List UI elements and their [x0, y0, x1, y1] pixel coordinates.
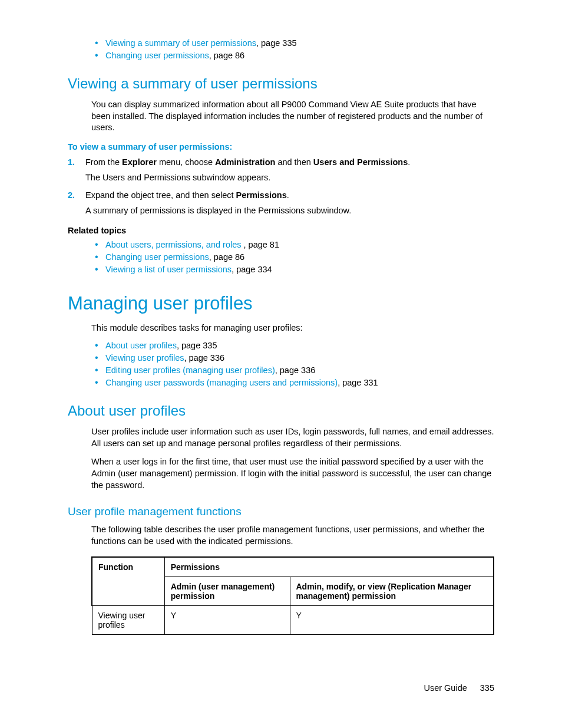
paragraph: The following table describes the user p… — [91, 524, 494, 547]
ui-term: Explorer — [122, 157, 157, 167]
footer-label: User Guide — [424, 683, 467, 693]
list-item: Viewing a list of user permissions, page… — [91, 265, 494, 274]
link-suffix: , page 86 — [209, 51, 244, 60]
top-related-list: Viewing a summary of user permissions, p… — [91, 38, 494, 60]
heading-profile-functions: User profile management functions — [68, 505, 494, 518]
link-about-users[interactable]: About users, permissions, and roles — [105, 240, 244, 249]
link-suffix: , page 81 — [244, 240, 279, 249]
step-result: The Users and Permissions subwindow appe… — [85, 173, 494, 182]
th-function: Function — [92, 557, 164, 606]
list-item: About users, permissions, and roles , pa… — [91, 240, 494, 249]
td-func: Viewing user profiles — [92, 606, 164, 635]
link-changing-permissions[interactable]: Changing user permissions — [105, 51, 209, 60]
ui-term: Administration — [215, 157, 275, 167]
step-text: Expand the object tree, and then select — [85, 190, 236, 200]
paragraph: When a user logs in for the first time, … — [91, 456, 494, 491]
step-text: From the — [85, 157, 122, 167]
td-replic: Y — [290, 606, 494, 635]
link-suffix: , page 331 — [338, 378, 378, 387]
link-about-profiles[interactable]: About user profiles — [105, 341, 177, 350]
step-text: . — [408, 157, 410, 167]
ui-term: Permissions — [236, 190, 287, 200]
link-suffix: , page 335 — [177, 341, 217, 350]
td-admin: Y — [164, 606, 290, 635]
paragraph: This module describes tasks for managing… — [91, 322, 494, 334]
list-item: Editing user profiles (managing user pro… — [91, 365, 494, 375]
link-viewing-list[interactable]: Viewing a list of user permissions — [105, 265, 232, 274]
procedure-steps: From the Explorer menu, choose Administr… — [68, 157, 494, 215]
step-1: From the Explorer menu, choose Administr… — [68, 157, 494, 182]
paragraph: You can display summarized information a… — [91, 99, 494, 134]
th-admin: Admin (user management) permission — [164, 577, 290, 606]
link-changing-passwords[interactable]: Changing user passwords (managing users … — [105, 378, 338, 387]
list-item: About user profiles, page 335 — [91, 341, 494, 350]
heading-about-profiles: About user profiles — [68, 403, 494, 419]
step-2: Expand the object tree, and then select … — [68, 190, 494, 215]
page-footer: User Guide 335 — [424, 683, 494, 693]
list-item: Changing user permissions, page 86 — [91, 51, 494, 60]
permissions-table: Function Permissions Admin (user managem… — [91, 556, 494, 635]
step-result: A summary of permissions is displayed in… — [85, 206, 494, 215]
ui-term: Users and Permissions — [313, 157, 408, 167]
step-text: menu, choose — [157, 157, 215, 167]
heading-managing-profiles: Managing user profiles — [68, 293, 494, 314]
link-editing-profiles[interactable]: Editing user profiles (managing user pro… — [105, 365, 275, 375]
manage-links-list: About user profiles, page 335 Viewing us… — [91, 341, 494, 387]
th-replic: Admin, modify, or view (Replication Mana… — [290, 577, 494, 606]
list-item: Viewing user profiles, page 336 — [91, 353, 494, 363]
th-permissions: Permissions — [164, 557, 494, 577]
related-topics-heading: Related topics — [68, 226, 494, 235]
link-suffix: , page 86 — [209, 252, 244, 262]
list-item: Changing user passwords (managing users … — [91, 378, 494, 387]
list-item: Viewing a summary of user permissions, p… — [91, 38, 494, 48]
link-changing-permissions[interactable]: Changing user permissions — [105, 252, 209, 262]
procedure-title: To view a summary of user permissions: — [68, 142, 494, 151]
step-text: and then — [275, 157, 313, 167]
step-text: . — [287, 190, 289, 200]
link-viewing-summary[interactable]: Viewing a summary of user permissions — [105, 38, 256, 48]
paragraph: User profiles include user information s… — [91, 426, 494, 449]
page-number: 335 — [480, 683, 494, 693]
link-suffix: , page 335 — [256, 38, 297, 48]
link-suffix: , page 336 — [184, 353, 225, 363]
link-viewing-profiles[interactable]: Viewing user profiles — [105, 353, 184, 363]
list-item: Changing user permissions, page 86 — [91, 252, 494, 262]
link-suffix: , page 336 — [275, 365, 316, 375]
link-suffix: , page 334 — [232, 265, 272, 274]
heading-viewing-summary: Viewing a summary of user permissions — [68, 75, 494, 92]
related-topics-list: About users, permissions, and roles , pa… — [91, 240, 494, 274]
